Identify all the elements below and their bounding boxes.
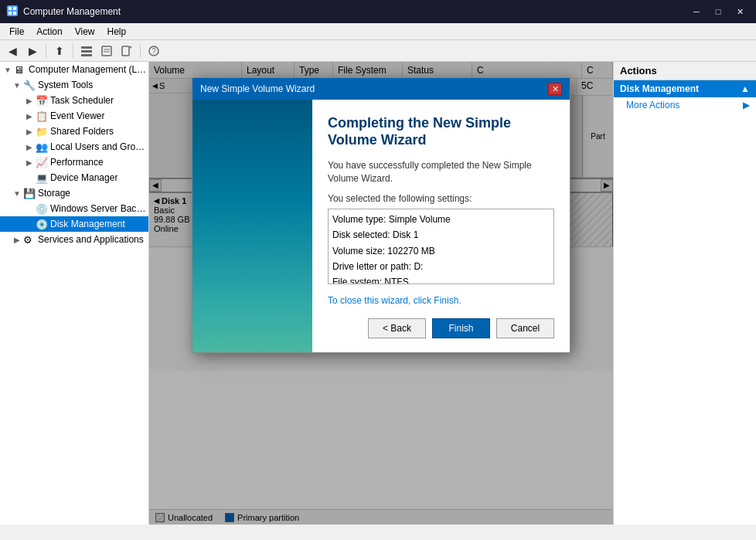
menu-help[interactable]: Help — [101, 23, 133, 39]
wizard-dialog: New Simple Volume Wizard ✕ Completing th… — [192, 77, 570, 353]
dialog-close-button[interactable]: ✕ — [548, 83, 562, 95]
expander-icon — [23, 220, 36, 229]
sidebar-item-windows-backup[interactable]: 💿 Windows Server Backup — [0, 201, 148, 216]
sidebar-item-system-tools[interactable]: ▼ 🔧 System Tools — [0, 77, 148, 93]
sidebar-event-viewer-label: Event Viewer — [50, 110, 104, 121]
wizard-heading: Completing the New SimpleVolume Wizard — [328, 115, 554, 148]
services-icon: ⚙ — [23, 234, 36, 246]
expander-icon: ▶ — [23, 97, 36, 105]
sidebar-performance-label: Performance — [50, 157, 104, 168]
setting-volume-size: Volume size: 102270 MB — [332, 243, 550, 259]
toolbar-sep3 — [140, 44, 141, 58]
sidebar-item-shared-folders[interactable]: ▶ 📁 Shared Folders — [0, 124, 148, 139]
dialog-inner: Completing the New SimpleVolume Wizard Y… — [192, 100, 570, 352]
wizard-buttons: < Back Finish Cancel — [328, 318, 554, 341]
close-button[interactable]: ✕ — [730, 4, 750, 19]
sidebar-item-local-users[interactable]: ▶ 👥 Local Users and Groups — [0, 139, 148, 155]
forward-button[interactable]: ▶ — [23, 42, 42, 59]
expander-icon: ▶ — [23, 143, 36, 151]
titlebar: Computer Management ─ □ ✕ — [0, 0, 756, 23]
actions-panel: Actions Disk Management ▲ More Actions ▶ — [613, 62, 756, 525]
setting-volume-type: Volume type: Simple Volume — [332, 212, 550, 227]
sidebar-item-event-viewer[interactable]: ▶ 📋 Event Viewer — [0, 108, 148, 124]
expander-icon: ▶ — [11, 236, 23, 244]
window-controls: ─ □ ✕ — [686, 4, 750, 19]
disk-management-icon: 💿 — [36, 219, 48, 230]
wizard-settings-box[interactable]: Volume type: Simple Volume Disk selected… — [328, 209, 554, 284]
computer-icon: 🖥 — [14, 64, 26, 76]
shared-folders-icon: 📁 — [36, 126, 48, 138]
expander-icon — [23, 205, 36, 213]
main-layout: ▼ 🖥 Computer Management (Local ▼ 🔧 Syste… — [0, 62, 756, 525]
up-button[interactable]: ⬆ — [50, 42, 69, 59]
menu-action[interactable]: Action — [30, 23, 68, 39]
export-button[interactable] — [117, 42, 136, 59]
dialog-titlebar: New Simple Volume Wizard ✕ — [192, 78, 570, 100]
titlebar-title: Computer Management — [23, 6, 686, 17]
titlebar-icon — [6, 5, 19, 19]
sidebar-item-task-scheduler[interactable]: ▶ 📅 Task Scheduler — [0, 93, 148, 108]
help-button[interactable]: ? — [145, 42, 163, 59]
back-button[interactable]: ◀ — [3, 42, 22, 59]
storage-icon: 💾 — [23, 188, 36, 199]
svg-rect-8 — [102, 46, 111, 56]
sidebar-root-label: Computer Management (Local — [29, 64, 148, 75]
expander-icon: ▶ — [23, 127, 36, 136]
wizard-footer-span: To close this wizard, click Finish. — [328, 295, 461, 306]
svg-rect-11 — [122, 46, 129, 56]
finish-button[interactable]: Finish — [432, 318, 490, 338]
sidebar-services-label: Services and Applications — [38, 234, 144, 245]
content-area: Volume Layout Type File System Status C … — [149, 62, 613, 525]
expander-icon: ▼ — [11, 189, 23, 198]
sidebar-item-device-manager[interactable]: 💻 Device Manager — [0, 170, 148, 185]
wizard-main-content: Completing the New SimpleVolume Wizard Y… — [312, 100, 570, 352]
setting-file-system: File system: NTFS — [332, 274, 550, 284]
sidebar-item-storage[interactable]: ▼ 💾 Storage — [0, 185, 148, 201]
sidebar-task-scheduler-label: Task Scheduler — [50, 95, 114, 106]
show-hide-button[interactable] — [77, 42, 96, 59]
dialog-title: New Simple Volume Wizard — [200, 83, 315, 94]
setting-drive-letter: Drive letter or path: D: — [332, 259, 550, 274]
back-button[interactable]: < Back — [368, 318, 426, 338]
wizard-settings-label: You selected the following settings: — [328, 193, 554, 204]
menu-file[interactable]: File — [3, 23, 30, 39]
svg-rect-1 — [9, 7, 12, 10]
windows-backup-icon: 💿 — [36, 203, 48, 215]
svg-rect-7 — [81, 54, 92, 56]
actions-more-actions[interactable]: More Actions ▶ — [614, 97, 756, 113]
chevron-up-icon: ▲ — [741, 83, 750, 94]
performance-icon: 📈 — [36, 157, 48, 168]
svg-rect-3 — [9, 12, 12, 15]
sidebar-item-disk-management[interactable]: 💿 Disk Management — [0, 216, 148, 232]
more-actions-label: More Actions — [626, 100, 679, 110]
wizard-footer-text: To close this wizard, click Finish. — [328, 295, 554, 306]
event-viewer-icon: 📋 — [36, 110, 48, 122]
expander-icon — [23, 174, 36, 182]
chevron-right-icon: ▶ — [743, 100, 750, 110]
sidebar-item-root[interactable]: ▼ 🖥 Computer Management (Local — [0, 62, 148, 77]
expander-icon: ▼ — [2, 66, 14, 74]
properties-button[interactable] — [97, 42, 116, 59]
setting-disk-selected: Disk selected: Disk 1 — [332, 227, 550, 243]
sidebar-disk-management-label: Disk Management — [50, 219, 125, 229]
task-scheduler-icon: 📅 — [36, 95, 48, 107]
actions-disk-management[interactable]: Disk Management ▲ — [614, 80, 756, 97]
minimize-button[interactable]: ─ — [686, 4, 707, 19]
menu-view[interactable]: View — [69, 23, 101, 39]
dialog-overlay: New Simple Volume Wizard ✕ Completing th… — [149, 62, 613, 525]
device-manager-icon: 💻 — [36, 172, 48, 184]
expander-icon: ▶ — [23, 112, 36, 121]
sidebar-item-performance[interactable]: ▶ 📈 Performance — [0, 155, 148, 170]
svg-rect-2 — [13, 7, 16, 10]
actions-header: Actions — [614, 62, 756, 80]
svg-rect-5 — [81, 46, 92, 49]
sidebar-item-services[interactable]: ▶ ⚙ Services and Applications — [0, 232, 148, 247]
menubar: File Action View Help — [0, 23, 756, 40]
maximize-button[interactable]: □ — [708, 4, 728, 19]
wizard-side-panel — [192, 100, 312, 352]
wizard-intro-text: You have successfully completed the New … — [328, 159, 554, 185]
sidebar: ▼ 🖥 Computer Management (Local ▼ 🔧 Syste… — [0, 62, 149, 525]
svg-rect-6 — [81, 50, 92, 53]
cancel-button[interactable]: Cancel — [496, 318, 554, 338]
toolbar: ◀ ▶ ⬆ ? — [0, 40, 756, 62]
